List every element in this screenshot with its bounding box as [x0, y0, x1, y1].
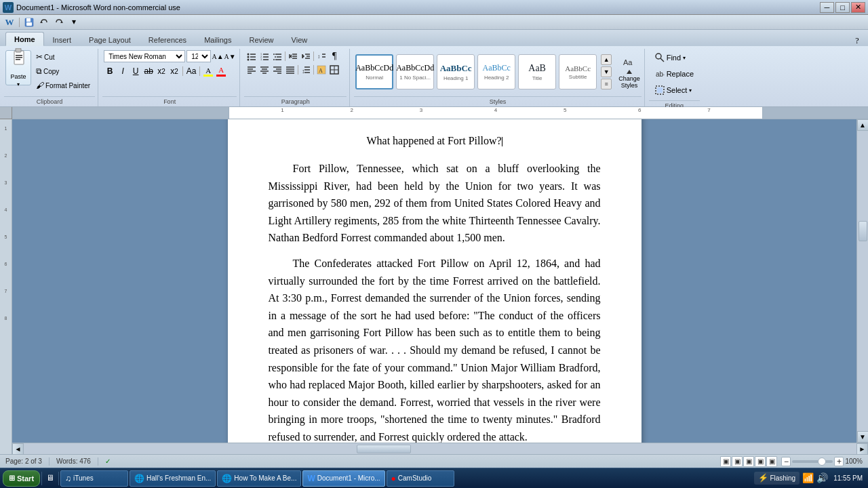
- paste-button[interactable]: Paste ▾: [5, 50, 31, 85]
- borders-button[interactable]: [328, 64, 340, 76]
- font-color-button[interactable]: A: [215, 65, 227, 77]
- network-tray-icon[interactable]: 📶: [802, 472, 814, 484]
- zoom-slider[interactable]: [792, 460, 833, 463]
- document-body[interactable]: Fort Pillow, Tennessee, which sat on a b…: [269, 160, 601, 443]
- scroll-right-button[interactable]: ►: [856, 443, 868, 455]
- outline-button[interactable]: ▣: [755, 456, 766, 467]
- decrease-indent-button[interactable]: [287, 50, 299, 62]
- style-title[interactable]: AaB Title: [518, 54, 556, 89]
- close-button[interactable]: ✕: [851, 2, 865, 13]
- align-center-button[interactable]: [258, 64, 271, 76]
- highlight-color-button[interactable]: A: [202, 65, 214, 77]
- sort-button[interactable]: ↕: [315, 50, 328, 62]
- document-title-line[interactable]: What happened at Fort Pillow?: [269, 132, 601, 150]
- flashing-notification[interactable]: ⚡ Flashing: [754, 472, 800, 485]
- taskbar-document1[interactable]: W Document1 - Micro...: [302, 470, 384, 487]
- customize-toolbar-button[interactable]: ▾: [67, 16, 81, 28]
- proofing-check[interactable]: ✓: [105, 458, 111, 465]
- tab-review[interactable]: Review: [240, 33, 282, 46]
- web-layout-button[interactable]: ▣: [743, 456, 754, 467]
- undo-button[interactable]: [37, 16, 51, 28]
- start-button[interactable]: ⊞ Start: [3, 470, 40, 487]
- taskbar-howto[interactable]: 🌐 How To Make A Be...: [217, 470, 301, 487]
- format-painter-button[interactable]: 🖌 Format Painter: [33, 79, 94, 92]
- minimize-button[interactable]: ─: [820, 2, 834, 13]
- increase-font-size-button[interactable]: A▲: [212, 51, 223, 62]
- decrease-font-size-button[interactable]: A▼: [224, 51, 235, 62]
- zoom-slider-thumb[interactable]: [818, 458, 826, 466]
- save-button[interactable]: [22, 16, 36, 28]
- copy-button[interactable]: ⧉ Copy: [33, 64, 94, 78]
- taskbar-itunes[interactable]: ♫ iTunes: [60, 470, 128, 487]
- svg-line-69: [660, 58, 664, 62]
- find-button[interactable]: Find ▾: [650, 50, 698, 65]
- superscript-button[interactable]: x2: [168, 65, 180, 77]
- style-subtitle[interactable]: AaBbCc Subtitle: [559, 54, 597, 89]
- tab-references[interactable]: References: [140, 33, 195, 46]
- print-layout-button[interactable]: ▣: [720, 456, 731, 467]
- font-face-select[interactable]: Times New Roman: [104, 50, 185, 62]
- cut-button[interactable]: ✂ Cut: [33, 50, 94, 64]
- style-heading1[interactable]: AaBbCc Heading 1: [437, 54, 475, 89]
- style-normal[interactable]: AaBbCcDd Normal: [355, 54, 393, 89]
- help-button[interactable]: ?: [852, 35, 863, 46]
- style-no-spacing-label: 1 No Spaci...: [399, 75, 431, 81]
- h-scroll-track[interactable]: [24, 443, 856, 454]
- zoom-out-button[interactable]: −: [781, 457, 791, 466]
- scroll-track[interactable]: [857, 131, 868, 431]
- replace-button[interactable]: ab→ Replace: [650, 66, 698, 81]
- tab-view[interactable]: View: [283, 33, 317, 46]
- tab-home[interactable]: Home: [5, 32, 44, 46]
- vertical-scrollbar[interactable]: ▲ ▼: [856, 119, 868, 443]
- scroll-down-button[interactable]: ▼: [857, 431, 869, 443]
- bullets-button[interactable]: [245, 50, 258, 62]
- svg-text:Aa: Aa: [623, 58, 633, 66]
- multilevel-list-button[interactable]: [271, 50, 283, 62]
- font-size-select[interactable]: 12: [186, 50, 211, 62]
- style-no-spacing[interactable]: AaBbCcDd 1 No Spaci...: [396, 54, 434, 89]
- taskbar-camstudio[interactable]: ● CamStudio: [387, 470, 454, 487]
- numbering-button[interactable]: 1.2.3.: [258, 50, 271, 62]
- tab-insert[interactable]: Insert: [44, 33, 81, 46]
- system-clock[interactable]: 11:55 PM: [831, 474, 865, 482]
- bold-button[interactable]: B: [104, 65, 116, 77]
- styles-more-button[interactable]: ≡: [601, 79, 612, 89]
- align-right-button[interactable]: [271, 64, 283, 76]
- align-left-button[interactable]: [245, 64, 258, 76]
- styles-scroll-down-button[interactable]: ▼: [601, 66, 612, 77]
- increase-indent-button[interactable]: [300, 50, 312, 62]
- h-scroll-thumb[interactable]: [357, 445, 411, 453]
- underline-button[interactable]: U: [130, 65, 142, 77]
- horizontal-scrollbar[interactable]: ◄ ►: [12, 443, 868, 454]
- taskbar-halls[interactable]: 🌐 Hall's Freshman En...: [130, 470, 216, 487]
- ruler-right-margin: [763, 107, 868, 119]
- ruler-mark-7: 7: [0, 289, 12, 293]
- scroll-up-button[interactable]: ▲: [857, 119, 869, 131]
- document-page[interactable]: What happened at Fort Pillow? Fort Pillo…: [228, 119, 642, 443]
- full-screen-button[interactable]: ▣: [732, 456, 743, 467]
- tab-mailings[interactable]: Mailings: [195, 33, 240, 46]
- show-desktop-button[interactable]: 🖥: [43, 472, 57, 485]
- italic-button[interactable]: I: [117, 65, 129, 77]
- style-heading2[interactable]: AaBbCc Heading 2: [477, 54, 515, 89]
- strikethrough-button[interactable]: ab: [142, 65, 155, 77]
- scroll-left-button[interactable]: ◄: [12, 443, 24, 455]
- change-styles-button[interactable]: Aa ChangeStyles: [618, 55, 640, 89]
- zoom-in-button[interactable]: +: [834, 457, 844, 466]
- maximize-button[interactable]: □: [835, 2, 850, 13]
- line-spacing-button[interactable]: ↕: [300, 64, 312, 76]
- scroll-thumb[interactable]: [859, 221, 867, 241]
- redo-button[interactable]: [52, 16, 66, 28]
- draft-button[interactable]: ▣: [766, 456, 777, 467]
- show-marks-button[interactable]: ¶: [328, 50, 340, 62]
- select-button[interactable]: Select ▾: [650, 83, 698, 98]
- replace-label: Replace: [667, 70, 694, 78]
- styles-scroll-up-button[interactable]: ▲: [601, 54, 612, 65]
- document-area[interactable]: What happened at Fort Pillow? Fort Pillo…: [12, 119, 856, 443]
- tab-page-layout[interactable]: Page Layout: [80, 33, 140, 46]
- subscript-button[interactable]: x2: [155, 65, 167, 77]
- volume-tray-icon[interactable]: 🔊: [816, 472, 828, 484]
- change-case-button[interactable]: Aa: [185, 65, 197, 77]
- shading-button[interactable]: A: [315, 64, 328, 76]
- justify-button[interactable]: [284, 64, 296, 76]
